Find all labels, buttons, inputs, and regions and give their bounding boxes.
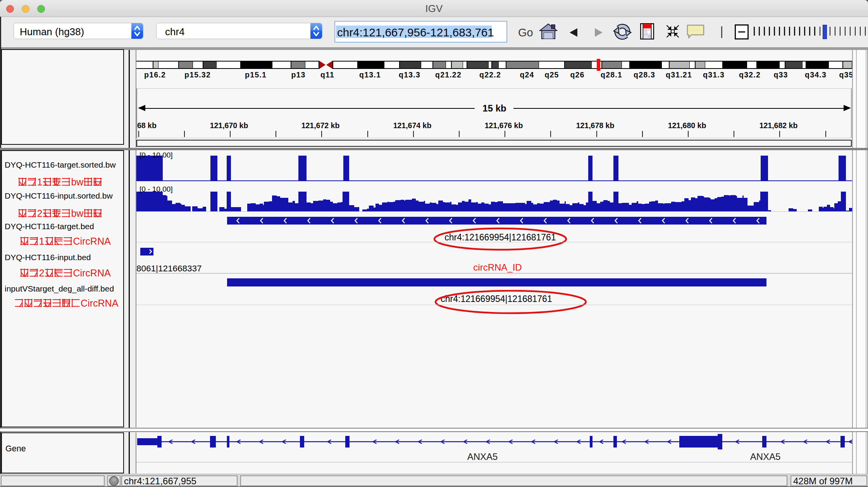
svg-text:2: 2: [37, 208, 43, 219]
svg-text:bw: bw: [71, 177, 84, 187]
svg-text:CircRNA: CircRNA: [73, 268, 111, 278]
svg-text:CircRNA: CircRNA: [81, 298, 119, 309]
svg-text:2: 2: [39, 268, 45, 278]
svg-text:1: 1: [37, 177, 43, 187]
svg-text:bw: bw: [71, 208, 84, 219]
svg-text:1: 1: [39, 236, 45, 247]
svg-text:CircRNA: CircRNA: [73, 236, 111, 247]
